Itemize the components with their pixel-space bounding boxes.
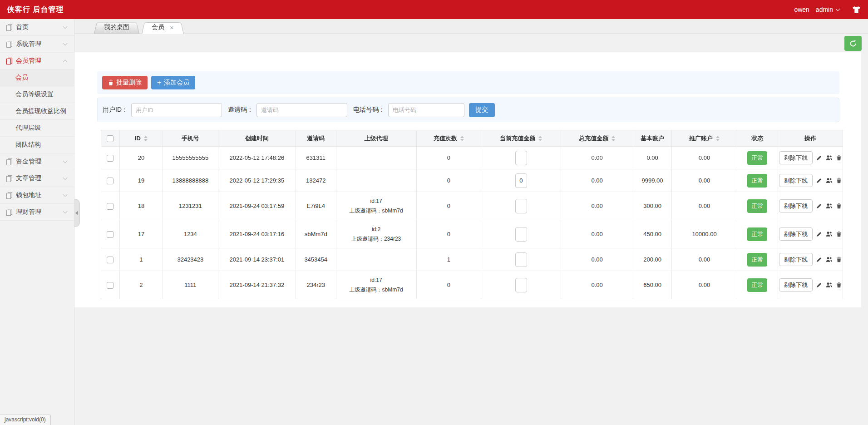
sidebar-item[interactable]: 资金管理 bbox=[0, 153, 74, 170]
remove-downline-button[interactable]: 剔除下线 bbox=[779, 278, 813, 292]
admin-dropdown[interactable]: admin bbox=[816, 6, 839, 13]
cell-current-recharge bbox=[481, 248, 561, 271]
cell-current-recharge bbox=[481, 192, 561, 220]
submit-button[interactable]: 提交 bbox=[469, 103, 495, 117]
row-checkbox[interactable] bbox=[107, 203, 113, 210]
remove-downline-button[interactable]: 剔除下线 bbox=[779, 151, 813, 164]
sidebar-item[interactable]: 团队结构 bbox=[0, 137, 74, 153]
remove-downline-button[interactable]: 剔除下线 bbox=[779, 227, 813, 241]
delete-icon[interactable] bbox=[836, 155, 842, 161]
row-checkbox[interactable] bbox=[107, 257, 113, 263]
close-tab-icon[interactable]: × bbox=[170, 24, 174, 31]
current-recharge-input[interactable] bbox=[515, 252, 527, 267]
skin-theme-icon[interactable] bbox=[852, 6, 861, 14]
current-recharge-input[interactable] bbox=[515, 151, 527, 165]
delete-icon[interactable] bbox=[836, 282, 842, 288]
sort-icon[interactable] bbox=[144, 136, 148, 141]
sidebar-collapse-handle[interactable] bbox=[74, 199, 80, 227]
remove-downline-button[interactable]: 剔除下线 bbox=[779, 174, 813, 187]
cell-parent-agent bbox=[336, 169, 416, 192]
menu-icon bbox=[6, 41, 12, 48]
sidebar-item[interactable]: 会员提现收益比例 bbox=[0, 103, 74, 120]
sort-icon[interactable] bbox=[716, 136, 720, 141]
cell-status: 正常 bbox=[737, 271, 778, 299]
refresh-button[interactable] bbox=[844, 36, 862, 51]
cell-total-recharge: 0.00 bbox=[561, 220, 633, 248]
table-row: 1812312312021-09-24 03:17:59E7i9L4id:17上… bbox=[101, 192, 843, 220]
delete-icon[interactable] bbox=[836, 203, 842, 209]
select-all-checkbox[interactable] bbox=[107, 135, 113, 142]
edit-icon[interactable] bbox=[816, 178, 822, 183]
delete-icon[interactable] bbox=[836, 231, 842, 237]
cell-checkbox bbox=[101, 271, 120, 299]
delete-icon[interactable] bbox=[836, 178, 842, 183]
menu-icon bbox=[6, 192, 12, 199]
sidebar-item[interactable]: 会员管理 bbox=[0, 53, 74, 69]
edit-icon[interactable] bbox=[816, 203, 822, 209]
status-button[interactable]: 正常 bbox=[747, 174, 767, 188]
cell-promo-account: 0.00 bbox=[672, 248, 737, 271]
row-checkbox[interactable] bbox=[107, 231, 113, 238]
sidebar-item[interactable]: 会员 bbox=[0, 69, 74, 86]
cell-created-at: 2021-09-24 03:17:16 bbox=[218, 220, 296, 248]
team-icon[interactable] bbox=[826, 257, 833, 262]
row-checkbox[interactable] bbox=[107, 178, 113, 184]
current-recharge-input[interactable] bbox=[515, 199, 527, 213]
cell-id: 19 bbox=[119, 169, 163, 192]
edit-icon[interactable] bbox=[816, 282, 822, 288]
cell-status: 正常 bbox=[737, 192, 778, 220]
admin-label: admin bbox=[816, 6, 833, 13]
sidebar-item[interactable]: 钱包地址 bbox=[0, 187, 74, 204]
remove-downline-button[interactable]: 剔除下线 bbox=[779, 199, 813, 212]
sidebar-item[interactable]: 理财管理 bbox=[0, 204, 74, 221]
phone-input[interactable] bbox=[388, 103, 464, 117]
team-icon[interactable] bbox=[826, 203, 833, 209]
cell-invite-code: 132472 bbox=[296, 169, 336, 192]
status-bar: javascript:void(0) bbox=[0, 415, 51, 425]
delete-icon[interactable] bbox=[836, 257, 842, 262]
tab-my-desktop[interactable]: 我的桌面 bbox=[94, 20, 139, 34]
team-icon[interactable] bbox=[826, 178, 833, 183]
sidebar-menu: 首页系统管理会员管理会员会员等级设置会员提现收益比例代理层级团队结构资金管理文章… bbox=[0, 19, 74, 425]
column-header: 操作 bbox=[778, 130, 843, 147]
sort-icon[interactable] bbox=[612, 136, 615, 141]
cell-id: 18 bbox=[119, 192, 163, 220]
row-checkbox[interactable] bbox=[107, 282, 113, 289]
sidebar-item[interactable]: 会员等级设置 bbox=[0, 86, 74, 103]
cell-current-recharge bbox=[481, 271, 561, 299]
cell-recharge-count: 0 bbox=[416, 169, 481, 192]
status-button[interactable]: 正常 bbox=[747, 151, 767, 165]
tab-member[interactable]: 会员 × bbox=[142, 20, 184, 34]
table-header-row: ID手机号创建时间邀请码上级代理充值次数当前充值金额总充值金额基本账户推广账户状… bbox=[101, 130, 843, 147]
sidebar-item[interactable]: 文章管理 bbox=[0, 170, 74, 187]
sidebar-item[interactable]: 代理层级 bbox=[0, 120, 74, 137]
status-button[interactable]: 正常 bbox=[747, 199, 767, 213]
current-recharge-input[interactable] bbox=[515, 278, 527, 292]
sidebar-item[interactable]: 首页 bbox=[0, 19, 74, 36]
username-link[interactable]: owen bbox=[794, 6, 809, 13]
edit-icon[interactable] bbox=[816, 155, 822, 161]
add-member-button[interactable]: + 添加会员 bbox=[151, 76, 195, 89]
chevron-down-icon bbox=[63, 176, 68, 180]
team-icon[interactable] bbox=[826, 282, 833, 288]
cell-promo-account: 0.00 bbox=[672, 169, 737, 192]
status-button[interactable]: 正常 bbox=[747, 227, 767, 241]
status-button[interactable]: 正常 bbox=[747, 278, 767, 292]
status-button[interactable]: 正常 bbox=[747, 253, 767, 267]
edit-icon[interactable] bbox=[816, 231, 822, 237]
current-recharge-input[interactable] bbox=[515, 227, 527, 242]
cell-phone: 1234 bbox=[163, 220, 218, 248]
sort-icon[interactable] bbox=[460, 136, 464, 141]
sidebar-item[interactable]: 系统管理 bbox=[0, 36, 74, 53]
team-icon[interactable] bbox=[826, 155, 833, 161]
sort-icon[interactable] bbox=[538, 136, 542, 141]
team-icon[interactable] bbox=[826, 231, 833, 237]
invite-code-input[interactable] bbox=[256, 103, 347, 117]
edit-icon[interactable] bbox=[816, 257, 822, 262]
bulk-delete-button[interactable]: 批量删除 bbox=[102, 76, 148, 89]
current-recharge-input[interactable] bbox=[515, 173, 527, 188]
user-id-input[interactable] bbox=[131, 103, 222, 117]
row-checkbox[interactable] bbox=[107, 155, 113, 162]
cell-current-recharge bbox=[481, 169, 561, 192]
remove-downline-button[interactable]: 剔除下线 bbox=[779, 253, 813, 266]
